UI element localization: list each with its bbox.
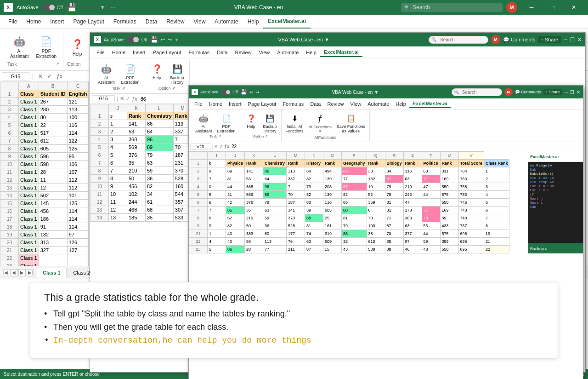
w3-formula-cancel[interactable]: ✕	[214, 144, 218, 149]
formula-cancel-icon[interactable]: ✕	[36, 72, 45, 80]
tab-formulas[interactable]: Formulas	[109, 15, 141, 29]
w3-formula-confirm[interactable]: ✓	[219, 144, 223, 149]
w2-backup-btn[interactable]: 💾 BackupHistory	[168, 61, 187, 86]
w3-tab-view[interactable]: View	[347, 100, 365, 108]
cell-english-header[interactable]: English	[67, 90, 89, 98]
w3-cell-ref[interactable]	[190, 144, 210, 150]
tab-file[interactable]: File	[4, 15, 22, 29]
cell-reference-input[interactable]	[2, 72, 29, 80]
tab-data[interactable]: Data	[141, 15, 162, 29]
window2-close-btn[interactable]: ✕	[577, 37, 582, 43]
w3-install-ai-btn[interactable]: ⬇ Install AIFunctions	[284, 111, 305, 134]
w2-tab-automate[interactable]: Automate	[273, 48, 302, 57]
sheet-tab-class1[interactable]: Class 1	[37, 268, 67, 278]
tab-home[interactable]: Home	[22, 15, 45, 29]
customize-icon[interactable]: ⋯	[110, 4, 116, 11]
w2-pdf-btn[interactable]: 📄 PDFExtraction	[119, 61, 142, 86]
autosave-toggle[interactable]: Off	[42, 4, 63, 11]
w2-tab-excelmaster[interactable]: ExcelMaster.ai	[320, 48, 362, 57]
window2-autosave-toggle[interactable]: Off	[126, 36, 147, 43]
window2-share-btn[interactable]: ↑ Share	[538, 36, 561, 43]
w2-help-btn[interactable]: ❓ Help	[148, 61, 166, 86]
w3-tab-file[interactable]: File	[191, 100, 206, 108]
close-button[interactable]: ✕	[563, 0, 584, 15]
w2-tab-home[interactable]: Home	[108, 48, 129, 57]
minimize-button[interactable]: ─	[521, 0, 542, 15]
task-group-expander[interactable]: ↗	[56, 62, 59, 66]
w2-tab-file[interactable]: File	[93, 48, 108, 57]
w3-tab-formulas[interactable]: Formulas	[279, 100, 307, 108]
user-avatar[interactable]: M	[506, 2, 517, 13]
w2-cell-ref[interactable]	[92, 95, 115, 102]
help-button[interactable]: ❓ Help	[67, 35, 87, 58]
window3-comments-btn[interactable]: 💬 Comments	[515, 90, 541, 94]
pdf-extraction-button[interactable]: 📄 PDFExtraction	[34, 32, 59, 61]
w3-tab-pagelayout[interactable]: Page Layout	[245, 100, 280, 108]
w3-tab-help[interactable]: Help	[392, 100, 409, 108]
maximize-button[interactable]: □	[542, 0, 563, 15]
title-search-input[interactable]	[401, 3, 503, 12]
w2-formula-confirm[interactable]: ✓	[126, 96, 130, 102]
window3-save-icon[interactable]: 💾	[240, 89, 247, 95]
formula-fx-icon[interactable]: ƒx	[55, 72, 64, 80]
w2-tab-help[interactable]: Help	[302, 48, 320, 57]
w3-backup-btn[interactable]: 💾 BackupHistory	[261, 111, 279, 134]
sheet-nav-next[interactable]: ▶	[18, 269, 26, 276]
w3-ai-btn[interactable]: 🤖 AIAssistant	[193, 111, 214, 134]
sheet-nav-last[interactable]: ▶|	[27, 269, 34, 276]
tab-insert[interactable]: Insert	[45, 15, 68, 29]
tab-view[interactable]: View	[189, 15, 210, 29]
tab-excelmaster[interactable]: ExcelMaster.ai	[263, 15, 311, 29]
window3-autosave-toggle[interactable]: Off	[220, 90, 238, 95]
formula-confirm-icon[interactable]: ✓	[45, 72, 54, 80]
window2-redo-icon[interactable]: ↪	[168, 37, 172, 43]
w2-tab-formulas[interactable]: Formulas	[185, 48, 213, 57]
w3-ai-functions-dropdown[interactable]: ▼	[318, 129, 322, 133]
ai-assistant-button[interactable]: 🤖 AIAssistant	[7, 32, 32, 61]
window2-minimize-btn[interactable]: ─	[564, 37, 567, 42]
w3-tab-insert[interactable]: Insert	[226, 100, 245, 108]
w3-save-functions-btn[interactable]: 📋 Save Functionsas Values	[335, 111, 367, 134]
w2-formula-cancel[interactable]: ✕	[120, 96, 124, 102]
w3-ai-functions-btn[interactable]: ƒ AI Functions ▼	[307, 112, 334, 134]
w2-tab-review[interactable]: Review	[231, 48, 255, 57]
w2-tab-pagelayout[interactable]: Page Layout	[149, 48, 185, 57]
undo-icon[interactable]: ↩	[80, 3, 89, 11]
w2-tab-data[interactable]: Data	[213, 48, 231, 57]
window2-comments-btn[interactable]: 💬 Comments	[503, 37, 535, 43]
window3-share-btn[interactable]: ↑ Share	[543, 89, 562, 95]
w3-tab-data[interactable]: Data	[307, 100, 324, 108]
window2-search-input[interactable]	[429, 36, 488, 44]
sheet-nav-first[interactable]: |◀	[2, 269, 9, 276]
window3-search-input[interactable]	[452, 88, 502, 96]
tab-automate[interactable]: Automate	[210, 15, 243, 29]
cell-studentid-header[interactable]: Student ID	[39, 90, 67, 98]
tab-review[interactable]: Review	[162, 15, 189, 29]
window2-history-dropdown[interactable]: ▼	[175, 37, 179, 42]
backup-now-btn[interactable]: Backup a...	[528, 243, 583, 253]
redo-icon[interactable]: ↪	[90, 3, 98, 11]
w3-tab-excelmaster[interactable]: ExcelMaster.ai	[409, 100, 451, 108]
window3-avatar[interactable]: M	[504, 88, 513, 96]
w3-help-btn[interactable]: ❓ Help	[243, 111, 260, 134]
w2-ai-assistant-btn[interactable]: 🤖 AIAssistant	[96, 61, 117, 86]
w3-tab-automate[interactable]: Automate	[364, 100, 392, 108]
w2-tab-insert[interactable]: Insert	[129, 48, 149, 57]
save-icon[interactable]: 💾	[67, 2, 77, 12]
tab-help[interactable]: Help	[243, 15, 264, 29]
w3-tab-home[interactable]: Home	[206, 100, 226, 108]
history-dropdown[interactable]: ▼	[99, 4, 107, 11]
w2-formula-fx[interactable]: ƒx	[132, 96, 137, 102]
window3-undo-icon[interactable]: ↩	[249, 90, 253, 95]
w2-tab-view[interactable]: View	[255, 48, 274, 57]
window2-undo-icon[interactable]: ↩	[161, 37, 165, 43]
window3-redo-icon[interactable]: ↪	[255, 90, 259, 95]
window3-restore-btn[interactable]: ❐	[570, 90, 574, 95]
w3-formula-fx[interactable]: ƒx	[224, 144, 229, 149]
window2-save-icon[interactable]: 💾	[150, 36, 158, 43]
w3-formula-input[interactable]	[231, 144, 582, 149]
w3-tab-review[interactable]: Review	[324, 100, 347, 108]
window2-restore-btn[interactable]: ❐	[570, 37, 575, 43]
window2-avatar[interactable]: M	[491, 35, 500, 44]
window3-close-btn[interactable]: ✕	[577, 90, 580, 95]
